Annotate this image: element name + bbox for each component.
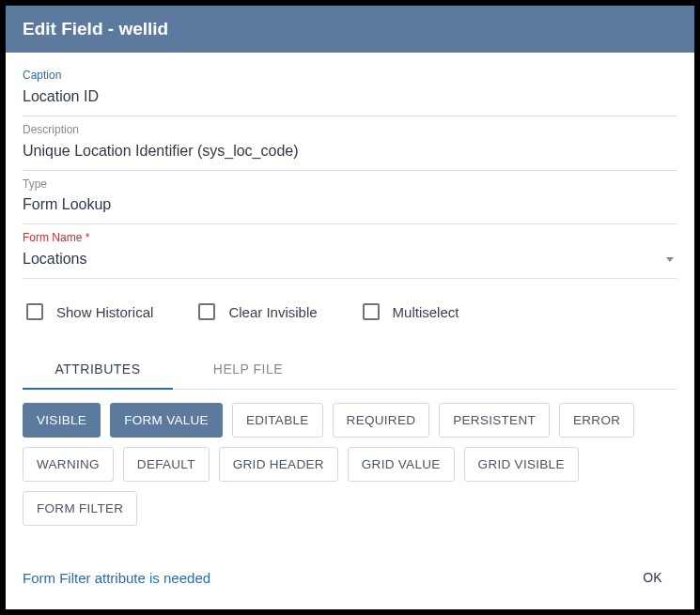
tab-help-file[interactable]: HELP FILE [173,350,323,389]
attribute-chip-editable[interactable]: EDITABLE [232,403,323,438]
clear-invisible-checkbox[interactable]: Clear Invisible [198,303,317,320]
attribute-chip-gridHeader[interactable]: GRID HEADER [219,447,338,482]
attribute-chip-formValue[interactable]: FORM VALUE [110,403,223,438]
attribute-chip-error[interactable]: ERROR [559,403,634,438]
attribute-chip-gridValue[interactable]: GRID VALUE [348,447,455,482]
checkbox-icon [198,303,215,320]
dialog-title: Edit Field - wellid [6,6,694,53]
multiselect-checkbox[interactable]: Multiselect [363,303,459,320]
show-historical-checkbox[interactable]: Show Historical [26,303,153,320]
attribute-chip-formFilter[interactable]: FORM FILTER [23,491,137,526]
chevron-down-icon [666,257,674,262]
description-input[interactable]: Unique Location Identifier (sys_loc_code… [23,138,677,164]
form-name-select[interactable]: Locations [23,246,677,272]
checkbox-icon [363,303,380,320]
show-historical-label: Show Historical [56,304,153,320]
footer-warning: Form Filter attribute is needed [23,570,210,586]
clear-invisible-label: Clear Invisible [228,304,317,320]
tab-attributes[interactable]: ATTRIBUTES [23,350,173,390]
attribute-chip-persistent[interactable]: PERSISTENT [439,403,550,438]
type-input[interactable]: Form Lookup [23,192,677,218]
edit-field-dialog: Edit Field - wellid Caption Location ID … [6,6,694,609]
form-name-field: Form Name * Locations [23,224,677,279]
multiselect-label: Multiselect [393,304,459,320]
attribute-chip-visible[interactable]: VISIBLE [23,403,101,438]
attribute-chip-warning[interactable]: WARNING [23,447,114,482]
dialog-body: Caption Location ID Description Unique L… [6,53,694,549]
dialog-footer: Form Filter attribute is needed OK [6,549,694,609]
caption-label: Caption [23,68,677,84]
ok-button[interactable]: OK [631,562,674,592]
tabs: ATTRIBUTES HELP FILE [23,350,677,390]
attributes-chips: VISIBLEFORM VALUEEDITABLEREQUIREDPERSIST… [23,390,677,539]
description-field: Description Unique Location Identifier (… [23,116,677,171]
form-name-value: Locations [23,246,666,272]
caption-field: Caption Location ID [23,62,677,116]
type-label: Type [23,177,677,192]
attribute-chip-required[interactable]: REQUIRED [333,403,430,438]
options-row: Show Historical Clear Invisible Multisel… [23,279,677,350]
attribute-chip-gridVisible[interactable]: GRID VISIBLE [464,447,579,482]
description-label: Description [23,122,677,138]
type-field: Type Form Lookup [23,171,677,225]
form-name-label: Form Name * [23,230,677,246]
attribute-chip-default[interactable]: DEFAULT [123,447,210,482]
checkbox-icon [26,303,43,320]
caption-input[interactable]: Location ID [23,84,677,110]
